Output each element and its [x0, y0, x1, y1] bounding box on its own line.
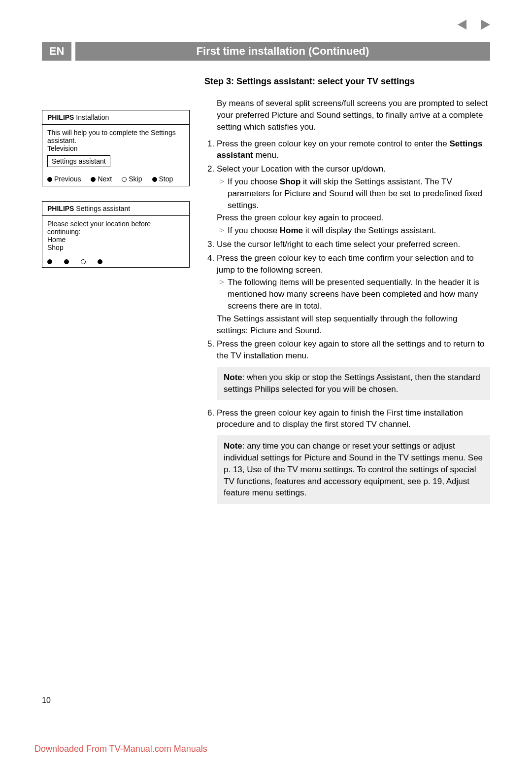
- text: If you choose: [228, 177, 280, 186]
- footer-prev: Previous: [47, 175, 81, 183]
- text: Press the green colour key on your remot…: [217, 139, 449, 148]
- step-6: Press the green colour key again to fini…: [217, 407, 490, 431]
- next-page-icon[interactable]: [481, 20, 490, 30]
- step-2: Select your Location with the cursor up/…: [217, 163, 490, 237]
- text: If you choose: [228, 226, 280, 235]
- intro-paragraph: By means of several split screens/full s…: [217, 98, 490, 133]
- screen-title-text: Installation: [76, 113, 109, 121]
- tv-screen-installation: PHILIPS Installation This will help you …: [42, 110, 190, 186]
- instruction-list-cont: Press the green colour key again to fini…: [204, 407, 490, 431]
- screen-body: This will help you to complete the Setti…: [42, 125, 189, 172]
- tv-screen-settings-assistant: PHILIPS Settings assistant Please select…: [42, 201, 190, 268]
- screen-body: Please select your location before conti…: [42, 216, 189, 256]
- note-text: : any time you can change or reset your …: [224, 441, 483, 497]
- dot-icon: [47, 259, 52, 264]
- dot-icon: [81, 259, 86, 264]
- source-footer-link[interactable]: Downloaded From TV-Manual.com Manuals: [34, 744, 207, 754]
- dot-icon: [122, 177, 127, 182]
- text: Press the green colour key again to proc…: [217, 212, 490, 224]
- screen-header: PHILIPS Installation: [42, 110, 189, 125]
- footer-stop: Stop: [152, 175, 173, 183]
- triangle-icon: ▷: [220, 277, 224, 312]
- note-text: : when you skip or stop the Settings Ass…: [224, 373, 480, 394]
- text: Press the green colour key to each time …: [217, 253, 474, 275]
- screen-text: Television: [47, 144, 184, 152]
- note-label: Note: [224, 373, 242, 382]
- dot-icon: [64, 259, 69, 264]
- screen-text: Please select your location before conti…: [47, 220, 184, 236]
- nav-arrows: [458, 20, 490, 30]
- footer-skip: Skip: [122, 175, 142, 183]
- language-badge: EN: [42, 42, 71, 61]
- footer-next-label: Next: [98, 175, 112, 183]
- bold-text: Home: [280, 226, 303, 235]
- sub-bullet: ▷ If you choose Home it will display the…: [220, 225, 490, 237]
- page-header: EN First time installation (Continued): [42, 42, 490, 61]
- brand-label: PHILIPS: [47, 205, 74, 212]
- triangle-icon: ▷: [220, 176, 224, 211]
- step-1: Press the green colour key on your remot…: [217, 138, 490, 162]
- text: menu.: [253, 150, 279, 160]
- screen-option-settings-assistant: Settings assistant: [47, 155, 110, 167]
- footer-stop-label: Stop: [159, 175, 173, 183]
- dot-icon: [98, 259, 102, 264]
- brand-label: PHILIPS: [47, 113, 74, 121]
- footer-prev-label: Previous: [54, 175, 81, 183]
- triangle-icon: ▷: [220, 225, 224, 237]
- dot-icon: [152, 177, 157, 182]
- screen-header: PHILIPS Settings assistant: [42, 202, 189, 216]
- screen-footer: [42, 256, 189, 267]
- sub-bullet: ▷ If you choose Shop it will skip the Se…: [220, 176, 490, 211]
- screen-option-shop: Shop: [47, 244, 184, 251]
- bold-text: Shop: [280, 177, 301, 186]
- note-box-2: Note: any time you can change or reset y…: [217, 435, 490, 504]
- page-title: First time installation (Continued): [75, 42, 490, 61]
- sub-bullet: ▷ The following items will be presented …: [220, 277, 490, 312]
- screen-footer: Previous Next Skip Stop: [42, 172, 189, 186]
- step-3: Use the cursor left/right to each time s…: [217, 239, 490, 250]
- step-5: Press the green colour key again to stor…: [217, 338, 490, 362]
- text: it will display the Settings assistant.: [303, 226, 436, 235]
- text: The Settings assistant will step sequent…: [217, 313, 490, 337]
- footer-skip-label: Skip: [129, 175, 142, 183]
- note-label: Note: [224, 441, 242, 451]
- screen-text: This will help you to complete the Setti…: [47, 129, 184, 144]
- instruction-list: Press the green colour key on your remot…: [204, 138, 490, 362]
- page-number: 10: [42, 696, 51, 705]
- dot-icon: [47, 177, 52, 182]
- step-heading: Step 3: Settings assistant: select your …: [204, 75, 490, 88]
- screen-option-home: Home: [47, 236, 184, 244]
- text: Select your Location with the cursor up/…: [217, 164, 386, 174]
- text: The following items will be presented se…: [228, 277, 490, 312]
- screen-title-text: Settings assistant: [76, 205, 130, 212]
- step-4: Press the green colour key to each time …: [217, 252, 490, 337]
- dot-icon: [91, 177, 96, 182]
- note-box-1: Note: when you skip or stop the Settings…: [217, 367, 490, 400]
- prev-page-icon[interactable]: [458, 20, 466, 30]
- footer-next: Next: [91, 175, 112, 183]
